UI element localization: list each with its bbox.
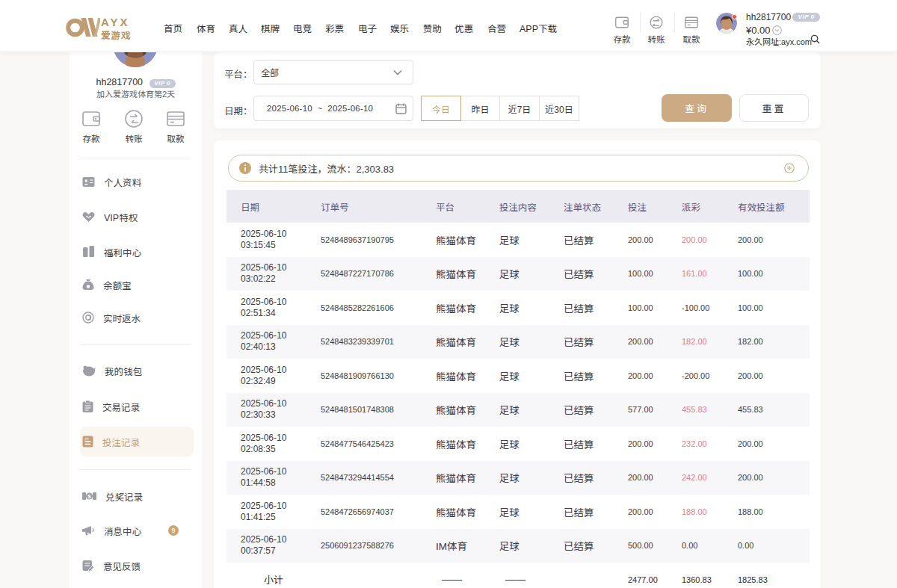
svg-text:$: $ [87,493,91,500]
